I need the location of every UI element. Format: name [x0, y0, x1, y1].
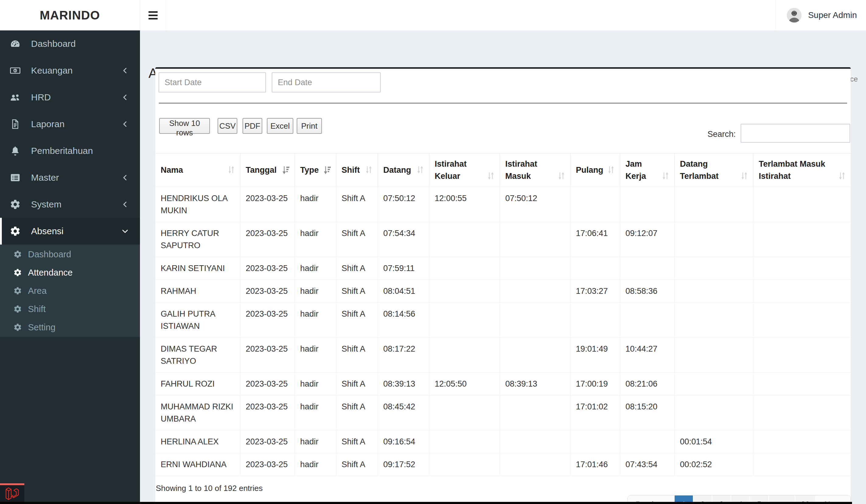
table-row: HENDRIKUS OLA MUKIN2023-03-25hadirShift …: [155, 187, 851, 222]
submenu-item-label: Shift: [28, 304, 46, 314]
search-input[interactable]: [741, 124, 850, 143]
print-button[interactable]: Print: [297, 118, 322, 134]
table-cell: [429, 430, 500, 453]
table-cell: [753, 222, 851, 257]
sidebar-item-hrd[interactable]: HRD: [0, 84, 140, 111]
table-cell: 07:50:12: [500, 187, 570, 222]
table-cell: 12:05:50: [429, 372, 500, 395]
table-cell: Shift A: [336, 222, 378, 257]
table-cell: Shift A: [336, 257, 378, 280]
table-row: FAHRUL ROZI2023-03-25hadirShift A08:39:1…: [155, 372, 851, 395]
table-cell: 08:14:56: [378, 302, 429, 337]
show-rows-button[interactable]: Show 10 rows: [159, 118, 210, 134]
table-cell: 00:01:54: [674, 430, 753, 453]
sidebar-item-dashboard[interactable]: Dashboard: [0, 31, 140, 57]
submenu-item-dashboard[interactable]: Dashboard: [0, 245, 140, 264]
person-icon: [787, 8, 801, 23]
submenu-item-setting[interactable]: Setting: [0, 318, 140, 336]
chevron-left-icon: [121, 67, 129, 75]
column-header-tanggal[interactable]: Tanggal: [240, 153, 295, 187]
column-header-datang[interactable]: Datang: [378, 153, 429, 187]
sidebar-item-keuangan[interactable]: Keuangan: [0, 57, 140, 84]
table-cell: [620, 257, 674, 280]
table-cell: [674, 302, 753, 337]
column-header-istirahat-keluar[interactable]: Istirahat Keluar: [429, 153, 500, 187]
list-icon: [10, 172, 21, 183]
table-cell: [500, 302, 570, 337]
table-cell: 07:54:34: [378, 222, 429, 257]
excel-export-button[interactable]: Excel: [267, 118, 293, 134]
table-cell: [674, 222, 753, 257]
table-cell: [674, 280, 753, 302]
table-cell: 10:44:27: [620, 337, 674, 372]
start-date-input[interactable]: [158, 72, 266, 92]
sidebar-item-label: Absensi: [31, 226, 64, 236]
table-cell: [674, 337, 753, 372]
table-cell: [620, 302, 674, 337]
attendance-table: Nama Tanggal Type Shift Datang Istirahat…: [155, 153, 851, 476]
table-cell: hadir: [295, 280, 336, 302]
user-menu[interactable]: Super Admin: [776, 0, 866, 31]
chevron-left-icon: [121, 93, 129, 101]
table-cell: 08:15:20: [620, 395, 674, 430]
gear-icon: [10, 226, 21, 237]
gear-icon: [13, 305, 22, 313]
hamburger-icon: [148, 14, 158, 16]
column-header-jam-kerja[interactable]: Jam Kerja: [620, 153, 674, 187]
table-cell: 2023-03-25: [240, 280, 295, 302]
table-cell: [500, 257, 570, 280]
column-header-pulang[interactable]: Pulang: [570, 153, 620, 187]
table-cell: hadir: [295, 222, 336, 257]
table-cell: [753, 337, 851, 372]
table-cell: 17:01:02: [570, 395, 620, 430]
end-date-input[interactable]: [272, 72, 381, 92]
brand-logo[interactable]: MARINDO: [0, 0, 140, 31]
entries-summary: Showing 1 to 10 of 192 entries: [156, 484, 263, 493]
table-cell: FAHRUL ROZI: [155, 372, 240, 395]
sidebar: Dashboard Keuangan: [0, 31, 140, 504]
table-cell: hadir: [295, 372, 336, 395]
file-icon: [10, 119, 21, 130]
sidebar-item-system[interactable]: System: [0, 191, 140, 218]
table-cell: GALIH PUTRA ISTIAWAN: [155, 302, 240, 337]
submenu-item-label: Area: [28, 286, 46, 296]
table-cell: Shift A: [336, 187, 378, 222]
table-cell: 09:17:52: [378, 453, 429, 476]
column-header-terlambat-masuk-istirahat[interactable]: Terlambat Masuk Istirahat: [753, 153, 851, 187]
table-cell: Shift A: [336, 337, 378, 372]
absensi-submenu: Dashboard Attendance Area Shift: [0, 245, 140, 337]
table-cell: ERNI WAHDIANA: [155, 453, 240, 476]
table-cell: [674, 395, 753, 430]
sidebar-item-label: Pemberitahuan: [31, 146, 93, 156]
table-cell: [500, 395, 570, 430]
sort-icon: [557, 171, 565, 181]
search-label: Search:: [691, 130, 736, 139]
submenu-item-area[interactable]: Area: [0, 282, 140, 300]
table-cell: MUHAMMAD RIZKI UMBARA: [155, 395, 240, 430]
table-cell: 08:17:22: [378, 337, 429, 372]
table-cell: 2023-03-25: [240, 222, 295, 257]
table-cell: [753, 395, 851, 430]
sidebar-item-laporan[interactable]: Laporan: [0, 111, 140, 137]
sidebar-item-pemberitahuan[interactable]: Pemberitahuan: [0, 137, 140, 164]
sidebar-toggle-button[interactable]: [140, 0, 166, 31]
chevron-down-icon: [121, 227, 129, 235]
money-icon: [10, 65, 21, 76]
pdf-export-button[interactable]: PDF: [243, 118, 262, 134]
column-header-nama[interactable]: Nama: [155, 153, 240, 187]
sidebar-item-absensi[interactable]: Absensi: [0, 218, 140, 245]
column-header-shift[interactable]: Shift: [336, 153, 378, 187]
table-cell: 08:39:13: [500, 372, 570, 395]
table-cell: HENDRIKUS OLA MUKIN: [155, 187, 240, 222]
column-header-istirahat-masuk[interactable]: Istirahat Masuk: [500, 153, 570, 187]
sidebar-item-master[interactable]: Master: [0, 164, 140, 191]
table-cell: [570, 257, 620, 280]
table-cell: 2023-03-25: [240, 187, 295, 222]
csv-export-button[interactable]: CSV: [218, 118, 237, 134]
sort-icon: [487, 171, 495, 181]
submenu-item-shift[interactable]: Shift: [0, 300, 140, 318]
column-header-datang-terlambat[interactable]: Datang Terlambat: [674, 153, 753, 187]
debugbar-toggle-button[interactable]: [0, 483, 24, 502]
column-header-type[interactable]: Type: [295, 153, 336, 187]
submenu-item-attendance[interactable]: Attendance: [0, 264, 140, 282]
